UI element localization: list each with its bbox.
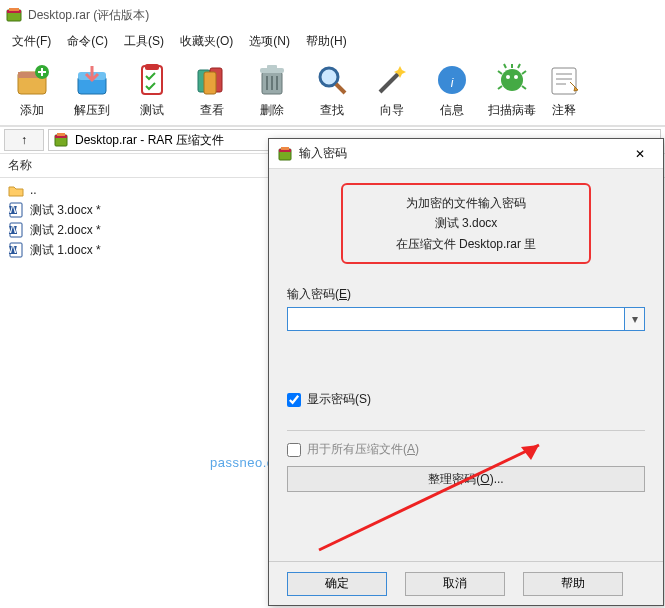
find-icon xyxy=(312,60,352,100)
tool-delete[interactable]: 删除 xyxy=(242,56,302,125)
dialog-titlebar: 输入密码 ✕ xyxy=(269,139,663,169)
svg-line-38 xyxy=(319,445,539,550)
tool-view[interactable]: 查看 xyxy=(182,56,242,125)
delete-icon xyxy=(252,60,292,100)
col-name: 名称 xyxy=(8,157,32,174)
tool-extract-label: 解压到 xyxy=(74,102,110,119)
tool-delete-label: 删除 xyxy=(260,102,284,119)
ok-button[interactable]: 确定 xyxy=(287,572,387,596)
view-icon xyxy=(192,60,232,100)
window-titlebar: Desktop.rar (评估版本) xyxy=(0,0,665,30)
tool-info-label: 信息 xyxy=(440,102,464,119)
all-archives-checkbox[interactable]: 用于所有压缩文件(A) xyxy=(287,441,645,458)
rar-file-icon xyxy=(277,146,293,162)
organize-passwords-button[interactable]: 整理密码(O)... xyxy=(287,466,645,492)
menu-command[interactable]: 命令(C) xyxy=(59,31,116,52)
rar-file-icon xyxy=(53,132,69,148)
password-input[interactable] xyxy=(287,307,625,331)
show-password-checkbox[interactable]: 显示密码(S) xyxy=(287,391,645,408)
tool-test-label: 测试 xyxy=(140,102,164,119)
message-line2: 测试 3.docx xyxy=(361,213,571,233)
menubar: 文件(F) 命令(C) 工具(S) 收藏夹(O) 选项(N) 帮助(H) xyxy=(0,30,665,52)
info-icon: i xyxy=(432,60,472,100)
toolbar: 添加 解压到 测试 查看 删除 查找 向导 i 信息 扫描病毒 注释 xyxy=(0,52,665,126)
close-icon: ✕ xyxy=(635,147,645,161)
chevron-down-icon: ▾ xyxy=(632,312,638,326)
window-title: Desktop.rar (评估版本) xyxy=(28,7,149,24)
extract-icon xyxy=(72,60,112,100)
tool-add[interactable]: 添加 xyxy=(2,56,62,125)
path-text: Desktop.rar - RAR 压缩文件 xyxy=(75,132,224,149)
tool-extract[interactable]: 解压到 xyxy=(62,56,122,125)
tool-wizard-label: 向导 xyxy=(380,102,404,119)
file-name: 测试 2.docx * xyxy=(30,222,101,239)
up-icon: ↑ xyxy=(21,133,27,147)
folder-up-icon xyxy=(8,182,24,198)
help-button[interactable]: 帮助 xyxy=(523,572,623,596)
svg-text:i: i xyxy=(451,76,454,90)
svg-point-16 xyxy=(320,68,338,86)
menu-options[interactable]: 选项(N) xyxy=(241,31,298,52)
svg-rect-8 xyxy=(142,66,162,94)
svg-rect-15 xyxy=(267,65,277,69)
test-icon xyxy=(132,60,172,100)
tool-scan-label: 扫描病毒 xyxy=(488,102,536,119)
separator xyxy=(287,430,645,431)
tool-add-label: 添加 xyxy=(20,102,44,119)
tool-view-label: 查看 xyxy=(200,102,224,119)
wizard-icon xyxy=(372,60,412,100)
menu-tools[interactable]: 工具(S) xyxy=(116,31,172,52)
svg-point-19 xyxy=(501,69,523,91)
add-icon xyxy=(12,60,52,100)
file-name: 测试 3.docx * xyxy=(30,202,101,219)
message-line1: 为加密的文件输入密码 xyxy=(361,193,571,213)
password-label: 输入密码(E) xyxy=(287,286,645,303)
docx-icon: W xyxy=(8,222,24,238)
docx-icon: W xyxy=(8,242,24,258)
password-dropdown[interactable]: ▾ xyxy=(625,307,645,331)
cancel-button[interactable]: 取消 xyxy=(405,572,505,596)
dialog-title: 输入密码 xyxy=(299,145,625,162)
message-line3: 在压缩文件 Desktop.rar 里 xyxy=(361,234,571,254)
tool-scan[interactable]: 扫描病毒 xyxy=(482,56,542,125)
docx-icon: W xyxy=(8,202,24,218)
svg-rect-2 xyxy=(9,8,19,11)
svg-rect-25 xyxy=(57,133,65,136)
menu-file[interactable]: 文件(F) xyxy=(4,31,59,52)
file-name: .. xyxy=(30,183,37,197)
tool-test[interactable]: 测试 xyxy=(122,56,182,125)
app-icon xyxy=(6,7,22,23)
tool-info[interactable]: i 信息 xyxy=(422,56,482,125)
message-box: 为加密的文件输入密码 测试 3.docx 在压缩文件 Desktop.rar 里 xyxy=(341,183,591,264)
svg-rect-37 xyxy=(281,147,289,150)
tool-wizard[interactable]: 向导 xyxy=(362,56,422,125)
file-name: 测试 1.docx * xyxy=(30,242,101,259)
dialog-footer: 确定 取消 帮助 xyxy=(269,561,663,605)
svg-text:W: W xyxy=(8,242,19,256)
dialog-body: 为加密的文件输入密码 测试 3.docx 在压缩文件 Desktop.rar 里… xyxy=(269,169,663,561)
all-archives-input[interactable] xyxy=(287,443,301,457)
tool-find[interactable]: 查找 xyxy=(302,56,362,125)
scan-icon xyxy=(492,60,532,100)
menu-favorites[interactable]: 收藏夹(O) xyxy=(172,31,241,52)
comment-icon xyxy=(544,60,584,100)
password-dialog: 输入密码 ✕ 为加密的文件输入密码 测试 3.docx 在压缩文件 Deskto… xyxy=(268,138,664,606)
close-button[interactable]: ✕ xyxy=(625,142,655,166)
svg-rect-22 xyxy=(552,68,576,94)
show-password-input[interactable] xyxy=(287,393,301,407)
up-button[interactable]: ↑ xyxy=(4,129,44,151)
svg-rect-9 xyxy=(145,64,159,70)
svg-text:W: W xyxy=(8,222,19,236)
svg-point-20 xyxy=(506,75,510,79)
tool-comment-label: 注释 xyxy=(552,102,576,119)
svg-text:W: W xyxy=(8,202,19,216)
tool-find-label: 查找 xyxy=(320,102,344,119)
svg-rect-12 xyxy=(204,72,216,94)
tool-comment[interactable]: 注释 xyxy=(542,56,586,125)
svg-point-21 xyxy=(514,75,518,79)
menu-help[interactable]: 帮助(H) xyxy=(298,31,355,52)
